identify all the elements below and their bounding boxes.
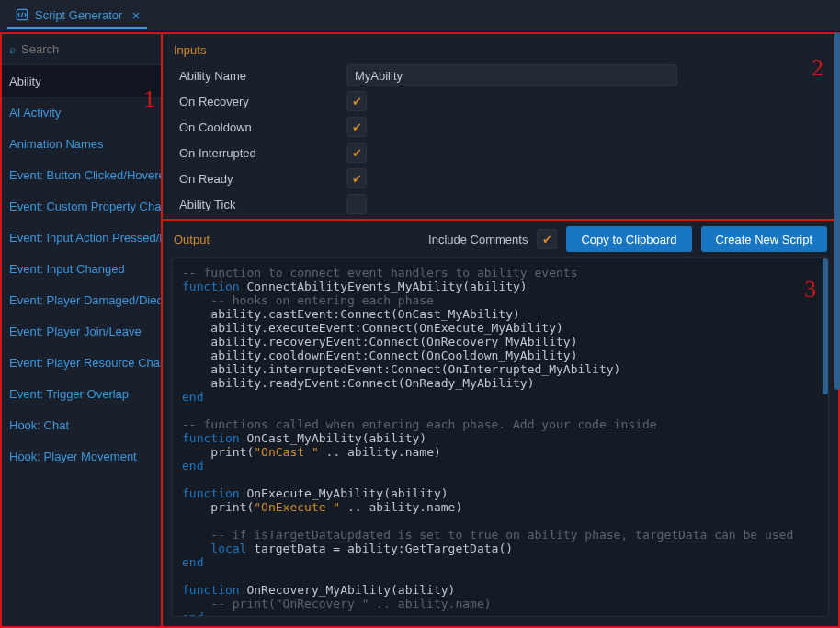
ability-name-input[interactable] xyxy=(346,64,677,86)
input-row: Ability Name xyxy=(163,63,838,88)
checkbox[interactable] xyxy=(346,91,367,111)
tab-bar: Script Generator × xyxy=(0,0,840,32)
panel-scrollbar[interactable] xyxy=(834,32,840,390)
sidebar-item[interactable]: Event: Player Join/Leave xyxy=(2,315,161,347)
input-label: On Recovery xyxy=(179,95,346,108)
inputs-panel: Inputs Ability NameOn RecoveryOn Cooldow… xyxy=(163,32,840,221)
script-generator-root: Script Generator × ⌕ AbilityAI ActivityA… xyxy=(0,0,840,628)
tab-title: Script Generator xyxy=(35,8,122,22)
output-panel: Output Include Comments Copy to Clipboar… xyxy=(163,221,840,628)
sidebar-item[interactable]: Event: Input Changed xyxy=(2,253,161,284)
sidebar-item[interactable]: Event: Custom Property Changed xyxy=(2,190,161,222)
input-label: Ability Tick xyxy=(179,198,346,211)
input-label: On Cooldown xyxy=(179,120,346,134)
output-toolbar: Output Include Comments Copy to Clipboar… xyxy=(163,221,838,257)
sidebar-item[interactable]: Event: Player Resource Changed xyxy=(2,347,161,378)
checkbox[interactable] xyxy=(346,143,367,163)
include-comments-checkbox[interactable] xyxy=(537,229,557,249)
template-list: AbilityAI ActivityAnimation NamesEvent: … xyxy=(2,65,161,626)
sidebar-item[interactable]: Event: Input Action Pressed/Released xyxy=(2,222,161,253)
search-input[interactable] xyxy=(21,42,176,56)
checkbox[interactable] xyxy=(346,194,367,214)
input-label: On Ready xyxy=(179,172,346,186)
search-field[interactable]: ⌕ xyxy=(2,34,161,65)
input-row: On Ready xyxy=(163,166,838,191)
input-row: On Interrupted xyxy=(163,140,838,166)
sidebar-item[interactable]: Animation Names xyxy=(2,128,161,159)
input-row: Ability Tick xyxy=(163,191,838,217)
sidebar-item[interactable]: Event: Player Damaged/Died/Spawned xyxy=(2,284,161,315)
sidebar-item[interactable]: AI Activity xyxy=(2,97,161,128)
checkbox[interactable] xyxy=(346,117,367,137)
sidebar: ⌕ AbilityAI ActivityAnimation NamesEvent… xyxy=(0,32,163,628)
sidebar-item[interactable]: Event: Button Clicked/Hovered xyxy=(2,159,161,190)
output-header: Output xyxy=(174,233,210,246)
main-area: ⌕ AbilityAI ActivityAnimation NamesEvent… xyxy=(0,32,840,628)
input-row: On Recovery xyxy=(163,88,838,114)
search-icon: ⌕ xyxy=(9,43,16,56)
sidebar-item[interactable]: Hook: Chat xyxy=(2,409,161,440)
script-generator-icon xyxy=(15,7,29,22)
sidebar-item[interactable]: Event: Trigger Overlap xyxy=(2,378,161,409)
checkbox[interactable] xyxy=(346,168,367,188)
create-new-script-button[interactable]: Create New Script xyxy=(701,226,827,252)
input-label: On Interrupted xyxy=(179,146,346,160)
tab-script-generator[interactable]: Script Generator × xyxy=(7,3,147,29)
input-row: On Cooldown xyxy=(163,114,838,140)
code-output[interactable]: -- function to connect event handlers to… xyxy=(172,257,829,617)
close-icon[interactable]: × xyxy=(131,7,140,23)
right-column: Inputs Ability NameOn RecoveryOn Cooldow… xyxy=(163,32,840,628)
sidebar-item[interactable]: Hook: Player Movement xyxy=(2,440,161,472)
code-scrollbar[interactable] xyxy=(823,258,828,394)
include-comments-label: Include Comments xyxy=(428,233,528,246)
copy-to-clipboard-button[interactable]: Copy to Clipboard xyxy=(566,226,691,252)
inputs-header: Inputs xyxy=(163,34,838,63)
sidebar-item[interactable]: Ability xyxy=(2,65,161,97)
input-label: Ability Name xyxy=(179,69,346,83)
